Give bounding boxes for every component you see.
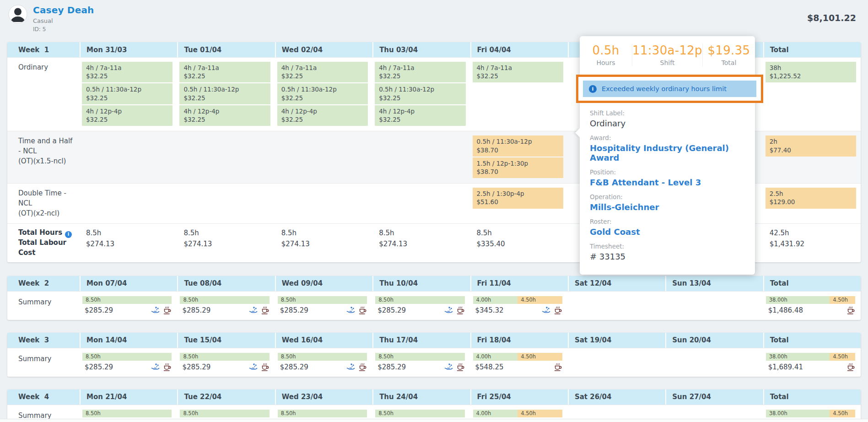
week3-card: Week 3Mon 14/04Tue 15/04Wed 16/04Thu 17/…	[7, 333, 861, 377]
summary-cell[interactable]: 8.50h$285.29	[177, 292, 275, 320]
stat-hours: 0.5h Hours	[580, 43, 632, 66]
week-title: Week 2	[7, 276, 80, 291]
hand-coins-icon[interactable]	[151, 306, 160, 314]
summary-cell[interactable]: 8.50h$285.29	[372, 292, 470, 320]
position-link[interactable]: F&B Attendant - Level 3	[590, 178, 748, 187]
award-link[interactable]: Hospitality Industry (General) Award	[590, 143, 748, 162]
shift-cell[interactable]: 4h / 7a-11a$32.25	[82, 62, 173, 82]
summary-cell[interactable]: 38.00h4.50h$1,689.41	[763, 348, 861, 377]
hours-chip: 4.50h	[830, 410, 855, 417]
day-header: Mon 31/03	[80, 42, 177, 57]
employee-name[interactable]: Casey Deah	[33, 5, 94, 16]
shift-cell[interactable]: 4h / 7a-11a$32.25	[277, 62, 368, 82]
summary-cell[interactable]: 8.50h$285.29	[177, 348, 275, 377]
cost-amount: $285.29	[85, 306, 113, 314]
field-operation: Operation: Mills-Gleichner	[590, 193, 748, 212]
hours-chip: 4.50h	[518, 353, 562, 361]
info-icon[interactable]: i	[65, 231, 72, 238]
coffee-cup-icon[interactable]	[554, 362, 562, 371]
pay-rate-label: Ordinary	[7, 58, 80, 131]
field-roster: Roster: Gold Coast	[590, 218, 748, 237]
coffee-cup-icon[interactable]	[163, 306, 172, 314]
coffee-cup-icon[interactable]	[456, 362, 465, 371]
summary-cell[interactable]: 8.50h$285.29	[275, 292, 372, 320]
week-total-cell: 2h$77.40	[766, 135, 856, 156]
week-title: Week 3	[7, 333, 80, 348]
day-header: Fri 04/04	[470, 42, 568, 57]
hand-coins-icon[interactable]	[249, 306, 258, 314]
week-header-band: Week 3Mon 14/04Tue 15/04Wed 16/04Thu 17/…	[7, 333, 861, 348]
summary-cell[interactable]: 8.50h$285.29	[80, 348, 177, 377]
shift-cell[interactable]: 4h / 7a-11a$32.25	[375, 62, 465, 82]
shift-cell[interactable]: 4h / 7a-11a$32.25	[473, 62, 563, 82]
coffee-cup-icon[interactable]	[261, 306, 270, 314]
info-icon: i	[589, 85, 597, 93]
shift-cell[interactable]: 4h / 12p-4p$32.25	[375, 105, 465, 126]
coffee-cup-icon[interactable]	[358, 306, 367, 314]
stat-shift-label: Shift	[632, 59, 702, 66]
shift-cell[interactable]: 2.5h / 1:30p-4p$51.60	[473, 188, 563, 208]
cost-amount: $285.29	[182, 363, 210, 371]
coffee-cup-icon[interactable]	[261, 362, 270, 371]
cost-amount: $1,486.48	[768, 306, 803, 314]
shift-cell[interactable]: 0.5h / 11:30a-12p$32.25	[375, 83, 465, 104]
shift-cell[interactable]: 0.5h / 11:30a-12p$32.25	[82, 83, 173, 104]
coffee-cup-icon[interactable]	[456, 306, 465, 314]
summary-cell[interactable]: 38.00h4.50h$1,486.48	[763, 292, 861, 320]
hours-chip: 8.50h	[375, 296, 464, 304]
hand-coins-icon[interactable]	[444, 306, 453, 314]
summary-cell[interactable]: 8.50h$285.29	[372, 348, 470, 377]
shift-cell[interactable]: 4h / 12p-4p$32.25	[82, 105, 173, 126]
pay-rate-label: Time and a Half - NCL(OT)(x1.5-ncl)	[7, 131, 80, 183]
day-total: 42.5h$1,431.92	[763, 224, 861, 262]
shift-cell[interactable]: 0.5h / 11:30a-12p$32.25	[179, 83, 270, 104]
cost-amount: $285.29	[85, 363, 113, 371]
cost-amount: $285.29	[280, 306, 308, 314]
hand-coins-icon[interactable]	[346, 306, 355, 314]
summary-cell[interactable]: 8.50h$285.29	[80, 292, 177, 320]
summary-cell[interactable]: 4.00h4.50h$345.32	[470, 292, 568, 320]
day-header: Thu 10/04	[372, 276, 470, 291]
coffee-cup-icon[interactable]	[846, 306, 855, 314]
coffee-cup-icon[interactable]	[554, 306, 562, 314]
day-header: Fri 25/04	[470, 390, 568, 405]
day-header: Fri 11/04	[470, 276, 568, 291]
hand-coins-icon[interactable]	[249, 363, 258, 371]
roster-link[interactable]: Gold Coast	[590, 227, 748, 237]
coffee-cup-icon[interactable]	[846, 362, 855, 371]
summary-cell[interactable]: 4.00h4.50h$548.25	[470, 348, 568, 377]
day-header: Thu 24/04	[372, 390, 470, 405]
coffee-cup-icon[interactable]	[163, 362, 172, 371]
stat-shift: 11:30a-12p Shift	[632, 43, 702, 66]
summary-label: Summary	[7, 292, 80, 320]
hand-coins-icon[interactable]	[151, 363, 160, 371]
employment-type: Casual	[33, 17, 94, 24]
hours-chip: 38.00h	[766, 410, 830, 417]
hours-chip: 8.50h	[82, 296, 172, 304]
shift-cell[interactable]: 1.5h / 12p-1:30p$38.70	[473, 157, 563, 178]
shift-cell[interactable]: 4h / 7a-11a$32.25	[179, 62, 270, 82]
operation-link[interactable]: Mills-Gleichner	[590, 202, 748, 212]
day-total: 8.5h$274.13	[275, 224, 372, 262]
hours-chip: 4.00h	[473, 410, 518, 417]
hand-coins-icon[interactable]	[444, 363, 453, 371]
day-header: Wed 23/04	[275, 390, 372, 405]
week-title: Week 1	[7, 42, 80, 57]
cost-amount: $285.29	[280, 363, 308, 371]
employee-id: ID: 5	[33, 26, 94, 32]
hand-coins-icon[interactable]	[542, 306, 550, 314]
week-header-band: Week 4Mon 21/04Tue 22/04Wed 23/04Thu 24/…	[7, 390, 861, 405]
day-header: Mon 21/04	[80, 390, 177, 405]
hours-chip: 8.50h	[180, 353, 269, 361]
shift-cell[interactable]: 4h / 12p-4p$32.25	[277, 105, 368, 126]
shift-cell[interactable]: 4h / 12p-4p$32.25	[179, 105, 270, 126]
summary-cell	[665, 348, 763, 377]
shift-cell[interactable]: 0.5h / 11:30a-12p$38.70	[473, 135, 563, 156]
summary-cell	[568, 292, 665, 320]
hand-coins-icon[interactable]	[346, 363, 355, 371]
summary-row: Summary8.50h$285.298.50h$285.298.50h$285…	[7, 348, 861, 377]
summary-cell[interactable]: 8.50h$285.29	[275, 348, 372, 377]
coffee-cup-icon[interactable]	[358, 362, 367, 371]
hours-chip: 4.00h	[473, 353, 518, 361]
shift-cell[interactable]: 0.5h / 11:30a-12p$32.25	[277, 83, 368, 104]
